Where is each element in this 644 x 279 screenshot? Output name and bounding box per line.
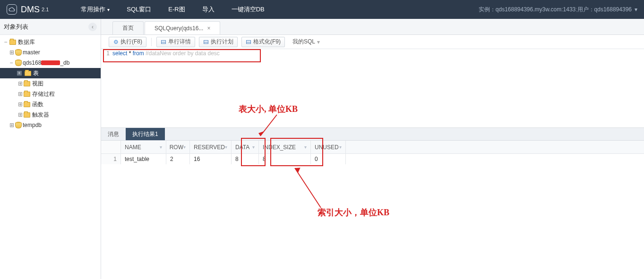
sql-toolbar: ⚙ 执行(F8) 单行详情 执行计划 格式化(F9) 我的SQL ▾ (101, 35, 644, 49)
sort-icon: ▾ (252, 144, 255, 150)
arrow-icon (290, 165, 328, 212)
sql-editor-area: 1 select * from #dataNew order by data d… (101, 49, 644, 127)
plus-icon: + (17, 71, 22, 76)
main-content: 首页 SQLQuery(qds16... × ⚙ 执行(F8) 单行详情 执行计… (101, 19, 644, 279)
sql-editor[interactable]: 1 select * from #dataNew order by data d… (101, 49, 644, 57)
cell-index: 1 (101, 154, 121, 164)
expand-icon[interactable]: ⊞ (9, 122, 14, 128)
single-row-button[interactable]: 单行详情 (156, 37, 195, 47)
database-icon (15, 49, 21, 56)
col-unused[interactable]: UNUSED▾ (311, 141, 346, 153)
folder-icon (24, 81, 30, 86)
logo: DMS 2.1 (0, 4, 55, 15)
tree-node-funcs[interactable]: ⊞ 函数 (0, 99, 101, 110)
app-name: DMS (21, 5, 40, 15)
tree-node-triggers[interactable]: ⊞ 触发器 (0, 110, 101, 120)
tree-db-tempdb[interactable]: ⊞ tempdb (0, 120, 101, 130)
tree-node-procs[interactable]: ⊞ 存储过程 (0, 89, 101, 99)
expand-icon[interactable]: ⊞ (17, 101, 23, 107)
tree-node-tables[interactable]: + 表 (0, 68, 101, 78)
database-icon (15, 122, 21, 128)
tree-node-views[interactable]: ⊞ 视图 (0, 78, 101, 89)
sort-icon: ▾ (183, 144, 186, 150)
folder-icon (24, 92, 30, 97)
chevron-down-icon: ▾ (107, 7, 110, 12)
app-header: DMS 2.1 常用操作▾ SQL窗口 E-R图 导入 一键清空DB 实例：qd… (0, 0, 644, 19)
menu-common-ops[interactable]: 常用操作▾ (72, 0, 118, 19)
folder-icon (9, 40, 16, 45)
expand-icon[interactable]: ⊞ (17, 91, 23, 97)
menu-er-diagram[interactable]: E-R图 (160, 0, 193, 19)
grid-icon (161, 39, 166, 45)
menu-import[interactable]: 导入 (194, 0, 223, 19)
folder-icon (25, 71, 31, 76)
tab-messages[interactable]: 消息 (101, 128, 126, 140)
chevron-down-icon: ▾ (635, 6, 637, 13)
sidebar-title: 对象列表 ‹ (0, 19, 101, 35)
annotation-index-size: 索引大小，单位KB (318, 207, 389, 218)
tab-sqlquery[interactable]: SQLQuery(qds16... × (145, 21, 220, 34)
result-tabs: 消息 执行结果1 (101, 127, 644, 141)
cell-unused: 0 (311, 154, 346, 164)
tree-db-qds[interactable]: − qds168_db (0, 58, 101, 68)
format-button[interactable]: 格式化(F9) (241, 37, 285, 47)
tree-root-database[interactable]: − 数据库 (0, 37, 101, 47)
cell-name: test_table (121, 154, 166, 164)
gear-icon: ⚙ (113, 39, 119, 45)
exec-plan-button[interactable]: 执行计划 (199, 37, 238, 47)
result-grid: NAME▾ ROW▾ RESERVED▾ DATA▾ INDEX_SIZE▾ U… (101, 141, 644, 164)
cloud-icon (7, 4, 17, 15)
result-header-row: NAME▾ ROW▾ RESERVED▾ DATA▾ INDEX_SIZE▾ U… (101, 141, 644, 154)
col-data[interactable]: DATA▾ (232, 141, 259, 153)
grid-icon (203, 39, 209, 45)
expand-icon[interactable]: ⊞ (17, 81, 23, 86)
tab-home[interactable]: 首页 (112, 21, 144, 34)
tab-result-1[interactable]: 执行结果1 (126, 128, 165, 140)
expand-icon[interactable]: ⊞ (9, 50, 14, 55)
cell-data: 8 (232, 154, 259, 164)
tree-db-master[interactable]: ⊞ master (0, 47, 101, 58)
col-row[interactable]: ROW▾ (166, 141, 190, 153)
run-button[interactable]: ⚙ 执行(F8) (109, 37, 146, 47)
folder-icon (24, 112, 30, 118)
grid-icon (246, 39, 251, 45)
menu-sql-window[interactable]: SQL窗口 (118, 0, 160, 19)
my-sql-dropdown[interactable]: 我的SQL ▾ (289, 37, 324, 47)
expand-icon[interactable]: ⊞ (17, 112, 23, 118)
database-icon (15, 59, 21, 66)
sort-icon: ▾ (304, 144, 307, 150)
col-reserved[interactable]: RESERVED▾ (190, 141, 232, 153)
col-index (101, 141, 121, 153)
collapse-sidebar-icon[interactable]: ‹ (88, 23, 97, 31)
sort-icon: ▾ (339, 144, 342, 150)
object-tree: − 数据库 ⊞ master − qds168_db + 表 ⊞ (0, 35, 101, 132)
chevron-down-icon: ▾ (317, 39, 320, 45)
close-icon[interactable]: × (207, 25, 210, 32)
svg-line-1 (295, 168, 321, 208)
menu-clear-db[interactable]: 一键清空DB (223, 0, 273, 19)
connection-info[interactable]: 实例：qds168894396.my3w.com:1433 ; 用户：qds16… (479, 6, 644, 14)
editor-tabs: 首页 SQLQuery(qds16... × (101, 19, 644, 35)
col-index-size[interactable]: INDEX_SIZE▾ (259, 141, 311, 153)
expand-icon[interactable]: − (3, 39, 9, 45)
sidebar: 对象列表 ‹ − 数据库 ⊞ master − qds168_db + (0, 19, 101, 279)
arrow-icon (256, 112, 284, 141)
redacted-text (41, 60, 60, 65)
main-menu: 常用操作▾ SQL窗口 E-R图 导入 一键清空DB (72, 0, 273, 19)
app-version: 2.1 (42, 7, 49, 12)
cell-index: 8 (259, 154, 311, 164)
sort-icon: ▾ (160, 144, 162, 150)
col-name[interactable]: NAME▾ (121, 141, 166, 153)
folder-icon (24, 102, 30, 107)
line-gutter: 1 (104, 50, 112, 57)
result-row[interactable]: 1 test_table 2 16 8 8 0 (101, 154, 644, 164)
cell-reserved: 16 (190, 154, 232, 164)
sort-icon: ▾ (225, 144, 227, 150)
collapse-icon[interactable]: − (9, 60, 14, 66)
cell-row: 2 (166, 154, 190, 164)
